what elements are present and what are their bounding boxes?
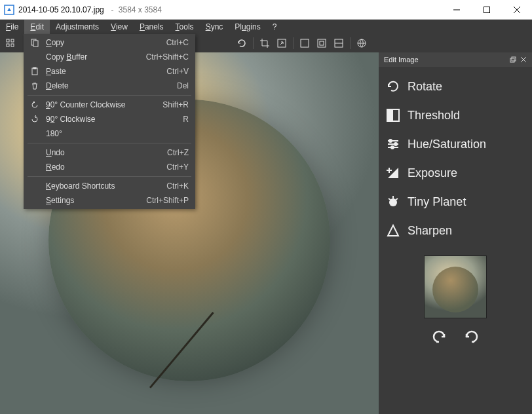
op-label: Tiny Planet xyxy=(408,195,466,209)
menu-settings[interactable]: Settings Ctrl+Shift+P xyxy=(24,193,195,208)
thumb-rotate-cw-button[interactable] xyxy=(461,326,482,347)
exposure-icon xyxy=(385,165,401,181)
menu-adjustments[interactable]: Adjustments xyxy=(50,20,105,34)
svg-point-29 xyxy=(394,143,397,145)
svg-rect-18 xyxy=(33,67,36,69)
rotate-cw-icon xyxy=(28,115,42,124)
toolbar-refresh-button[interactable] xyxy=(234,35,250,51)
menu-copy[interactable]: Copy Ctrl+C xyxy=(24,35,195,50)
sharpen-icon xyxy=(385,223,401,238)
menu-file[interactable]: File xyxy=(0,20,24,34)
menu-tools[interactable]: Tools xyxy=(170,20,200,34)
menu-rotate-180[interactable]: 180° xyxy=(24,126,195,141)
menu-separator xyxy=(28,143,191,143)
svg-rect-12 xyxy=(320,41,324,45)
panel-float-button[interactable] xyxy=(510,56,516,63)
menu-separator xyxy=(28,95,191,96)
svg-rect-11 xyxy=(318,39,326,47)
thumbnail-section xyxy=(385,255,525,347)
svg-rect-6 xyxy=(7,44,9,47)
planet-icon xyxy=(385,194,401,210)
image-thumbnail[interactable] xyxy=(424,255,487,318)
menu-rotate-ccw[interactable]: 90° Counter Clockwise Shift+R xyxy=(24,98,195,112)
panel-titlebar: Edit Image xyxy=(379,52,532,67)
menu-sync[interactable]: Sync xyxy=(200,20,229,34)
op-sharpen[interactable]: Sharpen xyxy=(385,216,525,245)
title-separator: - xyxy=(107,5,116,14)
menu-rotate-cw[interactable]: 90° Clockwise R xyxy=(24,112,195,126)
toolbar-resize-button[interactable] xyxy=(274,35,290,51)
menu-help[interactable]: ? xyxy=(267,20,283,34)
toolbar-separator xyxy=(350,37,351,49)
toolbar-home-button[interactable] xyxy=(3,35,18,51)
window-maximize-button[interactable] xyxy=(472,0,502,20)
menu-undo[interactable]: Undo Ctrl+Z xyxy=(24,145,195,160)
menu-delete[interactable]: Delete Del xyxy=(24,79,195,93)
toolbar-fit-button[interactable] xyxy=(297,35,313,51)
menu-copy-buffer[interactable]: Copy Buffer Ctrl+Shift+C xyxy=(24,50,195,64)
panel-body: Rotate Threshold Hue/Saturation Exposure… xyxy=(379,67,532,414)
menu-separator xyxy=(28,176,191,177)
sliders-icon xyxy=(385,136,401,152)
toolbar-separator xyxy=(293,37,294,49)
op-tinyplanet[interactable]: Tiny Planet xyxy=(385,187,525,216)
edit-dropdown: Copy Ctrl+C Copy Buffer Ctrl+Shift+C Pas… xyxy=(24,34,195,209)
menu-panels[interactable]: Panels xyxy=(134,20,170,34)
titlebar: 2014-10-05 20.10.07.jpg - 3584 x 3584 xyxy=(0,0,532,20)
svg-rect-32 xyxy=(387,170,392,171)
svg-rect-8 xyxy=(11,44,14,47)
svg-rect-2 xyxy=(484,7,490,12)
svg-rect-19 xyxy=(510,58,514,62)
svg-line-35 xyxy=(389,198,390,200)
title-dimensions: 3584 x 3584 xyxy=(119,5,162,14)
paste-icon xyxy=(28,67,42,76)
op-threshold[interactable]: Threshold xyxy=(385,101,525,130)
rotate-ccw-icon xyxy=(28,100,42,109)
toolbar-separator xyxy=(253,37,254,49)
threshold-icon xyxy=(385,107,401,123)
svg-point-28 xyxy=(389,140,392,142)
toolbar-zoom100-button[interactable] xyxy=(314,35,330,51)
menubar: File Edit Adjustments View Panels Tools … xyxy=(0,20,532,34)
panel-close-button[interactable] xyxy=(520,56,527,63)
copy-icon xyxy=(28,38,42,47)
op-label: Sharpen xyxy=(408,224,452,238)
trash-icon xyxy=(28,81,42,90)
edit-image-panel: Edit Image Rotate Threshold Hue/Saturati… xyxy=(379,52,532,414)
title-filename: 2014-10-05 20.10.07.jpg xyxy=(18,5,104,14)
app-icon xyxy=(4,5,14,15)
menu-view[interactable]: View xyxy=(105,20,134,34)
op-exposure[interactable]: Exposure xyxy=(385,159,525,187)
op-label: Threshold xyxy=(408,109,460,122)
svg-rect-20 xyxy=(512,57,516,61)
thumb-rotate-ccw-button[interactable] xyxy=(428,326,449,347)
op-label: Hue/Saturation xyxy=(408,138,486,151)
op-huesat[interactable]: Hue/Saturation xyxy=(385,130,525,159)
window-minimize-button[interactable] xyxy=(442,0,472,20)
menu-keyboard-shortcuts[interactable]: Keyboard Shortcuts Ctrl+K xyxy=(24,179,195,193)
menu-edit[interactable]: Edit xyxy=(24,20,50,34)
svg-rect-24 xyxy=(387,109,393,121)
svg-point-30 xyxy=(391,146,394,149)
op-rotate[interactable]: Rotate xyxy=(385,72,525,101)
panel-title-text: Edit Image xyxy=(384,56,419,64)
svg-rect-10 xyxy=(301,39,309,47)
svg-rect-7 xyxy=(11,39,14,42)
svg-line-36 xyxy=(396,198,398,200)
op-label: Exposure xyxy=(408,166,457,180)
svg-rect-16 xyxy=(33,41,38,47)
menu-paste[interactable]: Paste Ctrl+V xyxy=(24,64,195,79)
toolbar-crop-button[interactable] xyxy=(257,35,273,51)
window-close-button[interactable] xyxy=(502,0,532,20)
op-label: Rotate xyxy=(408,80,442,94)
svg-rect-5 xyxy=(7,39,9,42)
rotate-icon xyxy=(385,79,401,94)
menu-plugins[interactable]: Plugins xyxy=(229,20,266,34)
toolbar-web-button[interactable] xyxy=(354,35,370,51)
toolbar-fullscreen-button[interactable] xyxy=(331,35,347,51)
menu-redo[interactable]: Redo Ctrl+Y xyxy=(24,160,195,174)
